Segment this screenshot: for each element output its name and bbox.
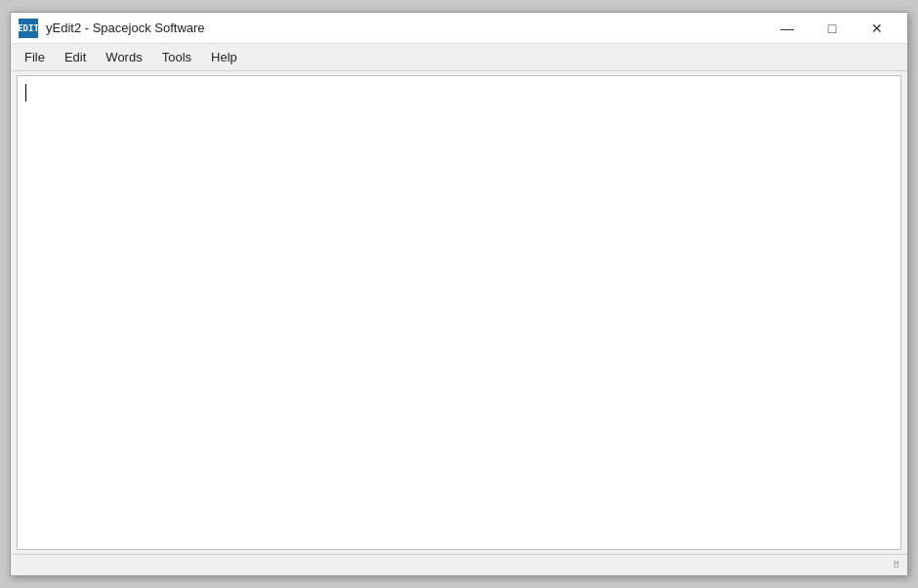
status-bar: ⠿	[11, 554, 907, 575]
editor-area[interactable]	[17, 75, 901, 550]
menu-edit[interactable]: Edit	[55, 46, 96, 68]
maximize-button[interactable]: □	[810, 13, 855, 44]
menu-tools[interactable]: Tools	[152, 46, 201, 68]
title-bar: EDIT yEdit2 - Spacejock Software — □ ✕	[11, 13, 907, 44]
menu-help[interactable]: Help	[201, 46, 247, 68]
application-window: EDIT yEdit2 - Spacejock Software — □ ✕ F…	[10, 12, 908, 576]
app-icon: EDIT	[19, 19, 38, 38]
text-cursor	[25, 84, 26, 102]
window-title: yEdit2 - Spacejock Software	[46, 21, 205, 35]
menu-bar: File Edit Words Tools Help	[11, 44, 907, 71]
menu-file[interactable]: File	[15, 46, 55, 68]
resize-grip-icon: ⠿	[890, 560, 901, 571]
minimize-button[interactable]: —	[765, 13, 810, 44]
close-button[interactable]: ✕	[855, 13, 899, 44]
menu-words[interactable]: Words	[96, 46, 151, 68]
window-controls: — □ ✕	[765, 13, 899, 44]
title-bar-left: EDIT yEdit2 - Spacejock Software	[19, 19, 205, 38]
